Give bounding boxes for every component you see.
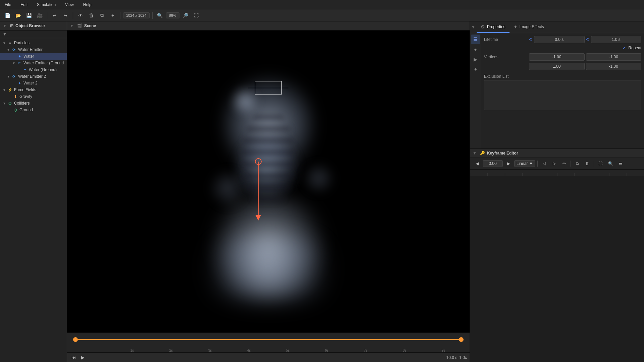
fit-button[interactable]: ⛶ <box>192 11 201 20</box>
lifetime-label: Lifetime <box>484 37 524 42</box>
duplicate-button[interactable]: ⧉ <box>97 11 107 20</box>
colliders-group[interactable]: ▼ ⬡ Colliders <box>0 100 67 107</box>
lifetime-end-input[interactable] <box>591 36 642 43</box>
kf-search-btn[interactable]: 🔍 <box>606 159 615 168</box>
kf-prev-btn[interactable]: ◀ <box>473 159 481 168</box>
smoke-side-right <box>302 162 335 195</box>
menu-file[interactable]: File <box>3 2 13 8</box>
vertex1y-input[interactable] <box>586 53 642 61</box>
ground-label: Ground <box>19 108 33 112</box>
zoom-out-button[interactable]: 🔎 <box>181 11 190 20</box>
colliders-label: Colliders <box>14 101 30 106</box>
water-label: Water <box>23 54 34 59</box>
new-button[interactable]: 📄 <box>3 11 12 20</box>
scene-timeline: 1s 2s 3s 4s 5s 6s 7s 8s 9s <box>67 333 470 353</box>
water-2-item[interactable]: ✦ Water 2 <box>0 80 67 86</box>
menu-help[interactable]: Help <box>81 2 94 8</box>
props-icon-circle[interactable]: ● <box>471 45 480 54</box>
water-emitter-label: Water Emitter <box>18 47 43 52</box>
water-item[interactable]: ✦ Water <box>0 53 67 60</box>
vertex2y-input[interactable] <box>586 63 642 70</box>
props-icon-film[interactable]: ▶ <box>471 55 480 64</box>
force-fields-label: Force Fields <box>14 87 36 92</box>
skip-back-button[interactable]: ⏮ <box>70 354 77 361</box>
collapse-icon[interactable]: ▼ <box>3 23 7 28</box>
kf-pen-btn[interactable]: ✏ <box>560 159 569 168</box>
kf-interpolation-select[interactable]: Linear ▼ <box>514 160 535 167</box>
tab-image-effects[interactable]: ✦ Image Effects <box>509 21 548 33</box>
zoom-in-button[interactable]: 🔍 <box>155 11 165 20</box>
kf-title: Keyframe Editor <box>487 151 518 156</box>
gravity-item[interactable]: ⬇ Gravity <box>0 93 67 100</box>
tick-4s: 4s <box>229 349 268 352</box>
kf-time-input[interactable] <box>483 160 503 167</box>
delete-button[interactable]: 🗑 <box>87 11 96 20</box>
redo-button[interactable]: ↪ <box>61 11 70 20</box>
props-icon-list[interactable]: ☰ <box>471 35 480 44</box>
kf-mark-4 <box>522 173 540 176</box>
toolbar: 📄 📂 💾 🎥 ↩ ↪ 👁 🗑 ⧉ + 1024 x 1024 🔍 86% 🔎 … <box>0 9 644 21</box>
lifetime-start-input[interactable] <box>534 36 585 43</box>
kf-delete-btn[interactable]: 🗑 <box>583 159 592 168</box>
play-button[interactable]: ▶ <box>79 354 87 361</box>
exclusion-section: Exclusion List <box>484 74 641 110</box>
water-emitter-2-item[interactable]: ▼ ⟳ Water Emitter 2 <box>0 73 67 80</box>
kf-mark-7 <box>574 173 592 176</box>
tab-properties[interactable]: ⚙ Properties <box>477 21 509 33</box>
scene-collapse-btn[interactable]: ▼ <box>70 23 74 28</box>
vertex2x-input[interactable] <box>529 63 585 70</box>
water-emitter-2-chevron: ▼ <box>7 75 10 78</box>
timeline-handle-end[interactable] <box>459 337 464 342</box>
kf-menu-btn[interactable]: ☰ <box>616 159 625 168</box>
smoke-top-extra <box>231 84 258 118</box>
lifetime-start-icon: ⏱ <box>529 38 533 42</box>
timeline-handle-start[interactable] <box>73 337 78 342</box>
sep1 <box>47 12 47 19</box>
visibility-button[interactable]: 👁 <box>76 11 85 20</box>
scene-viewport[interactable]: 1s 2s 3s 4s 5s 6s 7s 8s 9s <box>67 31 470 353</box>
kf-expand-btn[interactable]: ⛶ <box>596 159 605 168</box>
record-button[interactable]: 🎥 <box>35 11 44 20</box>
kf-tangent-in-btn[interactable]: ◁ <box>540 159 548 168</box>
scene-header: ▼ 🎬 Scene <box>67 21 470 31</box>
menu-edit[interactable]: Edit <box>18 2 30 8</box>
vertex1x-input[interactable] <box>529 53 585 61</box>
particles-group[interactable]: ▼ ● Particles <box>0 40 67 46</box>
save-button[interactable]: 💾 <box>24 11 34 20</box>
kf-next-btn[interactable]: ▶ <box>504 159 513 168</box>
right-props-area: ☰ ● ▶ ✦ Lifetime ⏱ ⏱ <box>470 33 644 148</box>
ground-item[interactable]: ⬡ Ground <box>0 107 67 113</box>
kf-mark-10 <box>627 173 644 176</box>
kf-content[interactable] <box>470 170 644 362</box>
undo-button[interactable]: ↩ <box>50 11 59 20</box>
water-ground-item[interactable]: ✦ Water (Ground) <box>0 66 67 73</box>
sep2 <box>73 12 73 19</box>
kf-tangent-out-btn[interactable]: ▷ <box>550 159 558 168</box>
tick-6s: 6s <box>307 349 346 352</box>
kf-copy-btn[interactable]: ⧉ <box>573 159 582 168</box>
sep4 <box>152 12 153 19</box>
menu-simulation[interactable]: Simulation <box>35 2 58 8</box>
scene-icon: 🎬 <box>77 23 82 28</box>
kf-mark-9 <box>609 173 627 176</box>
colliders-chevron: ▼ <box>3 102 6 105</box>
timeline-track[interactable] <box>67 333 470 346</box>
water-emitter-item[interactable]: ▼ ⟳ Water Emitter <box>0 46 67 53</box>
force-fields-chevron: ▼ <box>3 88 6 92</box>
kf-collapse-btn[interactable]: ▼ <box>473 151 477 156</box>
colliders-icon: ⬡ <box>7 101 13 106</box>
force-fields-group[interactable]: ▼ ⚡ Force Fields <box>0 86 67 93</box>
filter-row: ▼ <box>0 31 67 38</box>
props-icon-star[interactable]: ✦ <box>471 65 480 74</box>
lifetime-end-wrapper: ⏱ <box>586 36 642 43</box>
collapse-right-btn[interactable]: ▼ <box>471 25 475 29</box>
filter-icon: ▼ <box>3 32 7 37</box>
exclusion-list-box[interactable] <box>484 80 641 110</box>
smoke-side-left <box>208 168 248 208</box>
add-button[interactable]: + <box>108 11 117 20</box>
lifetime-row: Lifetime ⏱ ⏱ <box>484 36 641 43</box>
water-emitter-ground-item[interactable]: ▼ ⟳ Water Emitter (Ground <box>0 60 67 66</box>
left-panel: ▼ ⊞ Object Browser ▼ ▼ ● Particles ▼ ⟳ W… <box>0 21 67 362</box>
menu-view[interactable]: View <box>63 2 76 8</box>
open-button[interactable]: 📂 <box>13 11 23 20</box>
